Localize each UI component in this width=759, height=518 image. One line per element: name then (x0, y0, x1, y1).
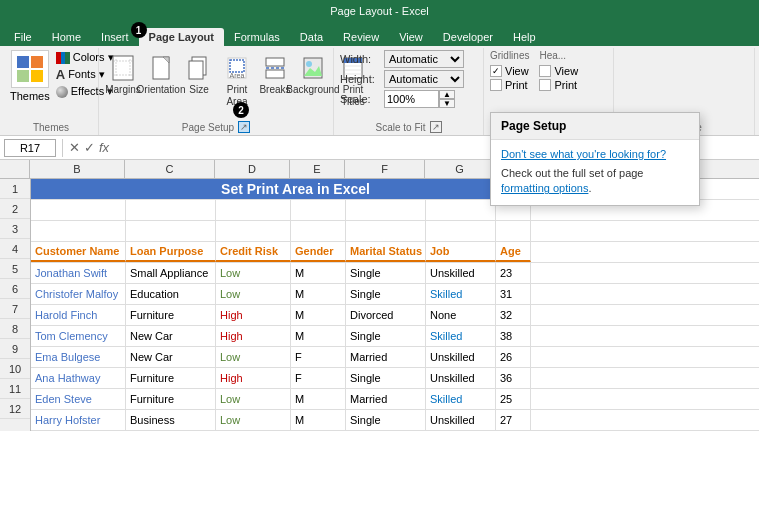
row-3 (31, 221, 759, 242)
cell-reference[interactable] (4, 139, 56, 157)
scale-input[interactable] (384, 90, 439, 108)
svg-rect-3 (31, 70, 43, 82)
print-area-icon: Area (221, 52, 253, 84)
col-header-e[interactable]: E (290, 160, 345, 178)
row-header-9[interactable]: 9 (0, 339, 30, 359)
table-row: Christofer Malfoy Education Low M Single… (31, 284, 759, 305)
fx-icon[interactable]: fx (99, 140, 109, 155)
table-row: Harold Finch Furniture High M Divorced N… (31, 305, 759, 326)
page-setup-dialog-launcher[interactable]: ↗ 2 (238, 121, 250, 133)
page-setup-group-label: Page Setup ↗ 2 (99, 121, 333, 133)
spreadsheet-body: 1 2 3 4 5 6 7 8 9 10 11 12 Set Print Are… (0, 179, 759, 431)
headings-col: Hea... View Print (539, 50, 578, 91)
header-age: Age (496, 242, 531, 262)
svg-rect-12 (189, 61, 203, 79)
headings-view-checkbox[interactable] (539, 65, 551, 77)
size-button[interactable]: Size (181, 50, 217, 98)
cancel-formula-icon[interactable]: ✕ (69, 140, 80, 155)
headings-print-label: Print (554, 79, 577, 91)
scale-down-btn[interactable]: ▼ (439, 99, 455, 108)
spreadsheet: B C D E F G H 1 2 3 4 5 6 7 8 9 10 11 12 (0, 160, 759, 518)
app-title: Page Layout - Excel (8, 5, 751, 17)
corner-cell (0, 160, 30, 178)
svg-rect-16 (266, 58, 284, 66)
table-row: Ana Hathway Furniture High F Single Unsk… (31, 368, 759, 389)
scale-dialog-launcher[interactable]: ↗ (430, 121, 442, 133)
tab-developer[interactable]: Developer (433, 28, 503, 46)
table-row: Harry Hofster Business Low M Single Unsk… (31, 410, 759, 431)
scale-label: Scale: (340, 93, 382, 105)
gridlines-print-checkbox[interactable] (490, 79, 502, 91)
row-header-2[interactable]: 2 (0, 199, 30, 219)
header-credit-risk: Credit Risk (216, 242, 291, 262)
col-header-c[interactable]: C (125, 160, 215, 178)
formula-divider (62, 139, 63, 157)
background-label: Background (286, 84, 339, 96)
row-header-5[interactable]: 5 (0, 259, 30, 279)
width-row: Width: Automatic (340, 50, 477, 68)
formula-icons: ✕ ✓ fx (69, 140, 109, 155)
tab-formulas[interactable]: Formulas (224, 28, 290, 46)
tab-home[interactable]: Home (42, 28, 91, 46)
headings-heading: Hea... (539, 50, 578, 61)
header-marital-status: Marital Status (346, 242, 426, 262)
headings-print-checkbox[interactable] (539, 79, 551, 91)
header-row: Customer Name Loan Purpose Credit Risk G… (31, 242, 759, 263)
grid: Set Print Area in Excel (31, 179, 759, 431)
header-job: Job (426, 242, 496, 262)
gridlines-view-label: View (505, 65, 529, 77)
row-header-3[interactable]: 3 (0, 219, 30, 239)
row-header-10[interactable]: 10 (0, 359, 30, 379)
row-header-11[interactable]: 11 (0, 379, 30, 399)
margins-label: Margins (105, 84, 141, 96)
tab-data[interactable]: Data (290, 28, 333, 46)
ribbon-group-scale: Width: Automatic Height: Automatic (334, 48, 484, 135)
tab-view[interactable]: View (389, 28, 433, 46)
print-area-button[interactable]: Area PrintArea (219, 50, 255, 110)
breaks-icon (259, 52, 291, 84)
confirm-formula-icon[interactable]: ✓ (84, 140, 95, 155)
scale-row: Scale: ▲ ▼ (340, 90, 477, 108)
scale-up-btn[interactable]: ▲ (439, 90, 455, 99)
row-header-4[interactable]: 4 (0, 239, 30, 259)
background-icon (297, 52, 329, 84)
col-header-g[interactable]: G (425, 160, 495, 178)
themes-button[interactable]: Themes (10, 50, 50, 102)
col-header-b[interactable]: B (30, 160, 125, 178)
table-row: Ema Bulgese New Car Low F Married Unskil… (31, 347, 759, 368)
headings-print-row: Print (539, 79, 578, 91)
formatting-options-link[interactable]: formatting options (501, 182, 588, 194)
row-header-8[interactable]: 8 (0, 319, 30, 339)
background-button[interactable]: Background (295, 50, 331, 98)
gridlines-col: Gridlines View Print (490, 50, 529, 91)
tab-review[interactable]: Review (333, 28, 389, 46)
row-header-7[interactable]: 7 (0, 299, 30, 319)
row-header-12[interactable]: 12 (0, 399, 30, 419)
tab-file[interactable]: File (4, 28, 42, 46)
size-icon (183, 52, 215, 84)
ribbon-tabs: File Home Insert 1 Page Layout Formulas … (0, 22, 759, 46)
row-headers: 1 2 3 4 5 6 7 8 9 10 11 12 (0, 179, 31, 431)
themes-group-label: Themes (4, 122, 98, 133)
gridlines-print-row: Print (490, 79, 529, 91)
orientation-button[interactable]: Orientation (143, 50, 179, 98)
height-select[interactable]: Automatic (384, 70, 464, 88)
popup-title: Page Setup (491, 113, 699, 140)
ribbon-group-themes: Themes Colors ▾ A Fonts ▾ Effects ▾ (4, 48, 99, 135)
badge-1: 1 (131, 22, 147, 38)
col-header-d[interactable]: D (215, 160, 290, 178)
height-label: Height: (340, 73, 382, 85)
row-header-1[interactable]: 1 (0, 179, 30, 199)
col-header-f[interactable]: F (345, 160, 425, 178)
width-select[interactable]: Automatic (384, 50, 464, 68)
colors-icon (56, 52, 70, 64)
tab-help[interactable]: Help (503, 28, 546, 46)
popup-link[interactable]: Don't see what you're looking for? (501, 148, 689, 160)
width-control: Automatic (384, 50, 464, 68)
gridlines-view-checkbox[interactable] (490, 65, 502, 77)
height-row: Height: Automatic (340, 70, 477, 88)
svg-rect-0 (17, 56, 29, 68)
row-header-6[interactable]: 6 (0, 279, 30, 299)
tab-page-layout[interactable]: 1 Page Layout (139, 28, 224, 46)
width-label: Width: (340, 53, 382, 65)
